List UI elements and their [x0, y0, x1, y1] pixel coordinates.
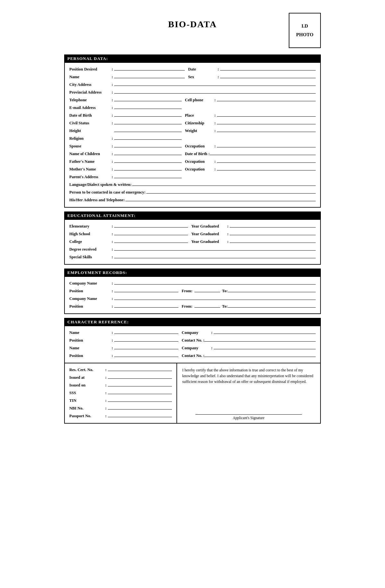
label-position2: Position [69, 304, 111, 309]
label-from1: From: [182, 289, 193, 294]
character-body: Name : Company : Position : Contact No. … [64, 326, 321, 363]
educational-header: EDUCATIONAL ATTAINMENT: [64, 211, 321, 220]
label-language: Language/Dialect spoken & written: [69, 182, 132, 187]
field-spouse[interactable] [114, 142, 182, 147]
row-name-sex: Name : Sex : [69, 73, 316, 80]
field-special-skills[interactable] [114, 253, 316, 258]
label-religion: Religion [69, 136, 111, 141]
label-company1: Company Name [69, 281, 111, 286]
row-civil-citizenship: Civil Status : Citizenship : [69, 119, 316, 126]
label-char-name2: Name [69, 346, 111, 351]
row-company2: Company Name : [69, 295, 316, 302]
field-telephone[interactable] [114, 96, 182, 101]
field-nbi[interactable] [108, 404, 172, 410]
field-parents-address[interactable] [114, 173, 182, 178]
field-char-pos1[interactable] [114, 336, 178, 342]
field-dob[interactable] [114, 112, 182, 117]
field-year-grad2[interactable] [230, 230, 316, 235]
label-special-skills: Special Skills [69, 255, 111, 260]
field-from2[interactable] [194, 302, 220, 308]
field-address-tel[interactable] [125, 196, 316, 201]
row-position1: Position : From: To: [69, 287, 316, 294]
row-religion: Religion : [69, 135, 316, 142]
field-char-name2[interactable] [114, 344, 178, 349]
personal-data-body: Position Desired : Date : Name : Sex : C… [64, 63, 321, 208]
field-dob-children[interactable] [210, 150, 316, 155]
id-photo-label-line2: PHOTO [296, 30, 313, 39]
field-height[interactable] [114, 127, 182, 132]
field-elementary[interactable] [114, 222, 188, 228]
row-spouse-occ: Spouse : Occupation : [69, 142, 316, 149]
field-place[interactable] [217, 112, 316, 117]
field-citizenship[interactable] [217, 119, 316, 124]
field-contact2[interactable] [204, 352, 316, 357]
field-contact1[interactable] [204, 336, 316, 342]
field-cell-phone[interactable] [217, 96, 316, 101]
row-char-name1: Name : Company : [69, 329, 316, 336]
field-issued-at[interactable] [108, 374, 172, 379]
field-weight[interactable] [217, 127, 316, 132]
field-degree[interactable] [114, 245, 316, 251]
bottom-section: Res. Cert. No. : Issued at : Issued on :… [64, 363, 321, 424]
label-char-pos2: Position [69, 353, 111, 358]
field-name[interactable] [114, 73, 185, 78]
field-occ-mother[interactable] [217, 165, 316, 170]
field-city-address[interactable] [114, 81, 316, 86]
field-issued-on[interactable] [108, 381, 172, 386]
field-occupation-spouse[interactable] [217, 142, 316, 147]
personal-data-header: PERSONAL DATA: [64, 54, 321, 63]
label-citizenship: Citizenship [185, 121, 214, 126]
field-position1[interactable] [114, 287, 178, 292]
label-email: E-mail Address [69, 105, 111, 110]
row-char-pos2: Position : Contact No. : [69, 352, 316, 359]
field-mothers-name[interactable] [114, 165, 182, 170]
field-position-desired[interactable] [114, 65, 185, 70]
field-sss[interactable] [108, 389, 172, 394]
field-passport[interactable] [108, 412, 172, 417]
field-sex[interactable] [220, 73, 316, 78]
field-date[interactable] [220, 65, 316, 70]
field-college[interactable] [114, 238, 188, 243]
label-issued-on: Issued on [69, 383, 105, 388]
field-char-company2[interactable] [214, 344, 316, 349]
row-char-name2: Name : Company : [69, 344, 316, 351]
applicant-signature-label: Applicant's Signature [233, 416, 265, 420]
label-weight: Weight [185, 128, 214, 133]
row-elementary: Elementary : Year Graduated : [69, 222, 316, 229]
label-occ-father: Occupation [185, 159, 214, 164]
row-height-weight: Height : Weight : [69, 127, 316, 134]
label-year-grad1: Year Graduated [191, 224, 227, 229]
field-to2[interactable] [228, 302, 316, 308]
field-tin[interactable] [108, 397, 172, 402]
field-company1[interactable] [114, 279, 316, 285]
field-year-grad3[interactable] [230, 238, 316, 243]
field-char-name1[interactable] [114, 329, 178, 334]
field-char-company1[interactable] [214, 329, 316, 334]
field-language[interactable] [132, 181, 316, 186]
label-company2: Company Name [69, 296, 111, 301]
label-college: College [69, 239, 111, 244]
field-to1[interactable] [228, 287, 316, 292]
character-header: CHARACTER REFERENCE: [64, 318, 321, 326]
label-place: Place [185, 113, 214, 118]
label-res-cert: Res. Cert. No. [69, 368, 105, 372]
field-emergency[interactable] [146, 188, 316, 194]
id-photo-label-line1: I.D [302, 22, 308, 30]
label-parents-address: Parent's Address [69, 175, 111, 179]
field-civil-status[interactable] [114, 119, 182, 124]
field-high-school[interactable] [114, 230, 188, 235]
field-children[interactable] [114, 150, 182, 155]
field-char-pos2[interactable] [114, 352, 178, 357]
field-fathers-name[interactable] [114, 158, 182, 163]
row-degree: Degree received : [69, 245, 316, 253]
field-res-cert[interactable] [108, 366, 172, 371]
bottom-left: Res. Cert. No. : Issued at : Issued on :… [65, 363, 177, 423]
field-position2[interactable] [114, 302, 178, 308]
field-occ-father[interactable] [217, 158, 316, 163]
field-religion[interactable] [114, 135, 182, 140]
field-year-grad1[interactable] [230, 222, 316, 228]
field-email[interactable] [114, 104, 182, 109]
field-company2[interactable] [114, 295, 316, 300]
field-from1[interactable] [194, 287, 220, 292]
field-provincial-address[interactable] [114, 88, 316, 94]
